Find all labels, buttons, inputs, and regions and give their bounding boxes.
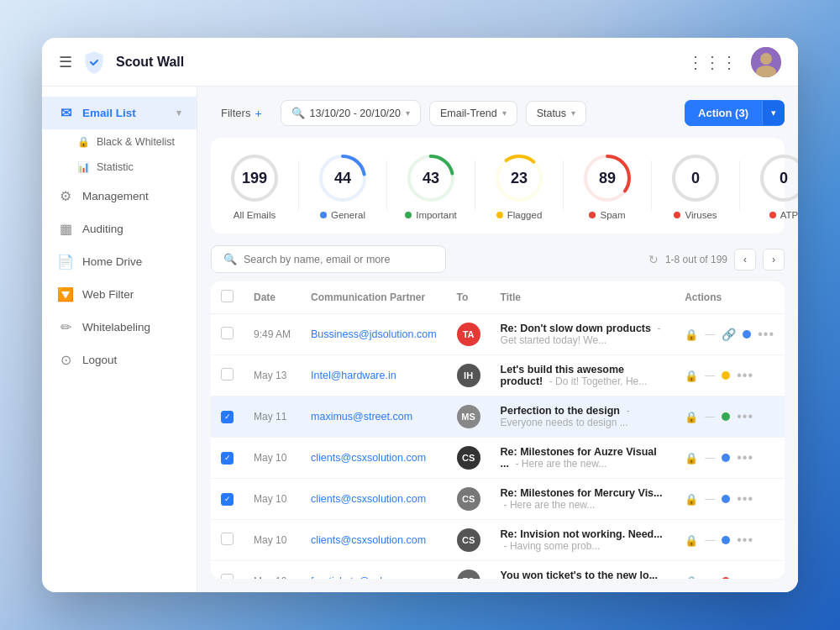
- table-row[interactable]: May 10 freetickets@sslc.com FS You won t…: [211, 561, 785, 580]
- th-title: Title: [491, 281, 675, 314]
- filters-button[interactable]: Filters +: [211, 101, 272, 126]
- table-row[interactable]: 9:49 AM Bussiness@jdsolution.com TA Re: …: [211, 314, 785, 355]
- th-date: Date: [244, 281, 301, 314]
- table-row[interactable]: May 10 clients@csxsolution.com CS Re: Mi…: [211, 479, 785, 520]
- search-icon: 🔍: [223, 253, 237, 265]
- row-checkbox[interactable]: [221, 327, 234, 339]
- stat-spam: 89 Spam: [580, 151, 634, 220]
- row-avatar: TA: [457, 323, 480, 346]
- stat-label-atp: ATP: [769, 210, 798, 220]
- stat-atp: 0 ATP: [757, 151, 798, 220]
- more-options-icon[interactable]: •••: [737, 450, 753, 465]
- action-chevron-button[interactable]: ▾: [762, 101, 785, 125]
- stat-divider-5: [651, 160, 652, 211]
- action-button-group[interactable]: Action (3) ▾: [685, 100, 785, 126]
- cell-email[interactable]: Bussiness@jdsolution.com: [301, 314, 447, 355]
- email-icon: ✉: [57, 105, 74, 121]
- cell-date: May 10: [244, 438, 301, 479]
- more-options-icon[interactable]: •••: [737, 574, 753, 579]
- stat-circle-general: 44: [316, 151, 370, 205]
- cell-email[interactable]: clients@csxsolution.com: [301, 520, 447, 561]
- sidebar-item-black-whitelist[interactable]: 🔒 Black & Whitelist: [42, 129, 197, 155]
- cell-email[interactable]: freetickets@sslc.com: [301, 561, 447, 580]
- lock-icon: 🔒: [685, 493, 698, 506]
- cell-checkbox[interactable]: [211, 561, 244, 580]
- main-content: Filters + 🔍 13/10/20 - 20/10/20 ▾ Email-…: [197, 87, 798, 592]
- row-checkbox[interactable]: [221, 493, 234, 506]
- dash-icon: —: [705, 493, 715, 505]
- table-row[interactable]: May 13 Intel@hardware.in IH Let's build …: [211, 355, 785, 396]
- table-row[interactable]: May 11 maximus@street.com MS Perfection …: [211, 396, 785, 438]
- status-dot: [722, 371, 730, 380]
- calendar-icon: 🔍: [291, 107, 305, 119]
- row-action-icons: 🔒 — •••: [685, 491, 774, 507]
- cell-date: May 10: [244, 479, 301, 520]
- row-checkbox[interactable]: [221, 533, 234, 545]
- search-input[interactable]: [244, 254, 433, 265]
- cell-checkbox[interactable]: [211, 314, 244, 355]
- lock-sub-icon: 🔒: [77, 136, 90, 148]
- home-drive-icon: 📄: [57, 254, 74, 270]
- date-range-dropdown[interactable]: 🔍 13/10/20 - 20/10/20 ▾: [281, 100, 421, 126]
- row-checkbox[interactable]: [221, 574, 234, 579]
- dash-icon: —: [705, 452, 715, 464]
- sidebar-item-logout[interactable]: ⊙ Logout: [42, 344, 197, 376]
- row-checkbox[interactable]: [221, 368, 234, 381]
- cell-email[interactable]: Intel@hardware.in: [301, 355, 447, 396]
- stat-value-general: 44: [334, 170, 351, 187]
- hamburger-icon[interactable]: ☰: [59, 53, 72, 71]
- more-options-icon[interactable]: •••: [758, 327, 774, 342]
- next-page-button[interactable]: ›: [763, 249, 785, 270]
- row-title: Re: Milestones for Mercury Vis...: [501, 487, 663, 499]
- email-trend-value: Email-Trend: [440, 108, 497, 119]
- table-row[interactable]: May 10 clients@csxsolution.com CS Re: In…: [211, 520, 785, 561]
- email-trend-dropdown[interactable]: Email-Trend ▾: [429, 101, 517, 126]
- cell-checkbox[interactable]: [211, 438, 244, 479]
- cell-email[interactable]: maximus@street.com: [301, 396, 447, 438]
- action-main-button[interactable]: Action (3): [685, 100, 762, 126]
- chevron-icon: ▾: [176, 108, 181, 118]
- refresh-icon[interactable]: ↻: [648, 253, 659, 266]
- stat-label-spam: Spam: [589, 210, 625, 220]
- row-checkbox[interactable]: [221, 452, 234, 465]
- sidebar-item-whitelabeling[interactable]: ✏ Whitelabeling: [42, 311, 197, 344]
- dash-icon: —: [705, 534, 715, 546]
- search-box[interactable]: 🔍: [211, 245, 446, 273]
- sidebar-item-auditing[interactable]: ▦ Auditing: [42, 213, 197, 245]
- more-options-icon[interactable]: •••: [737, 491, 753, 507]
- stat-value-important: 43: [423, 170, 439, 187]
- header-left: ☰ Scout Wall: [59, 50, 184, 74]
- grid-icon[interactable]: ⋮⋮⋮: [687, 52, 738, 72]
- more-options-icon[interactable]: •••: [737, 409, 753, 424]
- table-row[interactable]: May 10 clients@csxsolution.com CS Re: Mi…: [211, 438, 785, 479]
- cell-checkbox[interactable]: [211, 520, 244, 561]
- row-checkbox[interactable]: [221, 411, 234, 423]
- cell-checkbox[interactable]: [211, 355, 244, 396]
- sidebar-item-statistic[interactable]: 📊 Statistic: [42, 155, 197, 180]
- sidebar-item-email-list[interactable]: ✉ Email List ▾: [42, 97, 197, 129]
- email-table-container: Date Communication Partner To Title Acti…: [211, 281, 785, 579]
- status-dropdown[interactable]: Status ▾: [526, 101, 586, 126]
- sidebar-item-home-drive[interactable]: 📄 Home Drive: [42, 245, 197, 278]
- stat-value-flagged: 23: [511, 170, 528, 187]
- cell-checkbox[interactable]: [211, 479, 244, 520]
- more-options-icon[interactable]: •••: [737, 368, 753, 383]
- cell-email[interactable]: clients@csxsolution.com: [301, 438, 447, 479]
- cell-avatar: CS: [447, 520, 491, 561]
- sidebar-item-web-filter[interactable]: 🔽 Web Filter: [42, 278, 197, 311]
- whitelabeling-icon: ✏: [57, 319, 74, 335]
- lock-icon: 🔒: [685, 328, 698, 341]
- cell-email[interactable]: clients@csxsolution.com: [301, 479, 447, 520]
- avatar[interactable]: [751, 47, 781, 77]
- sidebar-label-logout: Logout: [82, 354, 117, 366]
- cell-actions: 🔒 — •••: [675, 355, 785, 396]
- select-all-checkbox[interactable]: [221, 290, 234, 302]
- more-options-icon[interactable]: •••: [737, 533, 753, 548]
- sidebar-item-management[interactable]: ⚙ Management: [42, 180, 197, 213]
- link-icon: 🔗: [722, 328, 736, 341]
- row-preview: - Here are the new...: [504, 499, 596, 511]
- stat-label-general: General: [320, 210, 365, 220]
- stat-dot-atp: [769, 212, 776, 218]
- cell-checkbox[interactable]: [211, 396, 244, 438]
- prev-page-button[interactable]: ‹: [734, 249, 756, 270]
